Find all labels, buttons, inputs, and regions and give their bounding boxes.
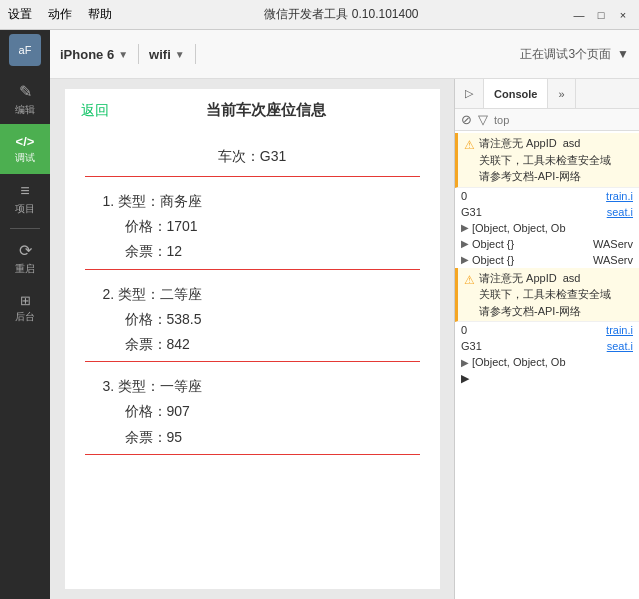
devtools-toolbar: ⊘ ▽ [455,109,639,131]
seat-type-2: 2. 类型：二等座 [95,282,410,307]
seat-price-1: 价格：1701 [95,214,410,239]
sidebar: aF ✎ 编辑 </> 调试 ≡ 项目 ⟳ 重启 ⊞ 后台 [0,30,50,599]
log-link-obj2[interactable]: WAServ [593,254,633,266]
close-button[interactable]: × [615,7,631,23]
warning-text-1: 请注意无 AppID asd关联下，工具未检查安全域请参考文档-API-网络 [479,135,611,185]
phone-preview: 返回 当前车次座位信息 车次：G31 1. 类型：商务座 价格：1701 余票：… [50,79,454,599]
log-warning-1: ⚠ 请注意无 AppID asd关联下，工具未检查安全域请参考文档-API-网络 [455,133,639,188]
sidebar-label-project: 项目 [15,202,35,216]
seat-index-2: 2. [103,286,119,302]
edit-icon: ✎ [19,82,32,101]
sidebar-item-project[interactable]: ≡ 项目 [0,174,50,224]
filter-icon[interactable]: ▽ [478,112,488,127]
seat-index-3: 3. [103,378,119,394]
devtools-tab-more[interactable]: » [548,79,575,108]
seat-section-2: 2. 类型：二等座 价格：538.5 余票：842 [85,269,420,362]
log-value-0: 0 [461,190,467,202]
log-arrow: ▶ [461,372,469,385]
devtools-panel: ▷ Console » ⊘ ▽ ⚠ 请注意无 AppID asd关联下，工具未检… [454,79,639,599]
page-title: 当前车次座位信息 [109,101,424,120]
expand-arrow-2: ▶ [461,357,469,368]
debug-icon: </> [16,134,35,149]
log-plain-g31b: G31 seat.i [455,338,639,354]
log-expandable-2[interactable]: ▶ [Object, Object, Ob [455,354,639,370]
warning-icon-1: ⚠ [464,136,475,154]
network-name: wifi [149,47,171,62]
block-icon[interactable]: ⊘ [461,112,472,127]
maximize-button[interactable]: □ [593,7,609,23]
menu-help[interactable]: 帮助 [88,6,112,23]
sidebar-divider [10,228,40,229]
project-icon: ≡ [20,182,29,200]
sidebar-item-edit[interactable]: ✎ 编辑 [0,74,50,124]
log-plain-g31: G31 seat.i [455,204,639,220]
log-link-g31[interactable]: seat.i [607,206,633,218]
toolbar-divider-1 [138,44,139,64]
split-view: 返回 当前车次座位信息 车次：G31 1. 类型：商务座 价格：1701 余票：… [50,79,639,599]
device-selector[interactable]: iPhone 6 ▼ [60,47,128,62]
seat-section-3: 3. 类型：一等座 价格：907 余票：95 [85,361,420,455]
log-value-0b: 0 [461,324,467,336]
network-selector[interactable]: wifi ▼ [149,47,185,62]
expand-arrow-obj2: ▶ [461,254,469,265]
seat-section-1: 1. 类型：商务座 价格：1701 余票：12 [85,176,420,269]
log-plain-0b: 0 train.i [455,322,639,338]
log-expandable-1[interactable]: ▶ [Object, Object, Ob [455,220,639,236]
sidebar-label-restart: 重启 [15,262,35,276]
log-arrow-entry: ▶ [455,370,639,387]
devtools-tab-sources[interactable]: ▷ [455,79,484,108]
log-obj-text-1: Object {} [472,238,514,250]
content-area: iPhone 6 ▼ wifi ▼ 正在调试3个页面 ▼ 返回 当前车次 [50,30,639,599]
device-name: iPhone 6 [60,47,114,62]
main-layout: aF ✎ 编辑 </> 调试 ≡ 项目 ⟳ 重启 ⊞ 后台 iPhone 6 ▼ [0,30,639,599]
sidebar-label-debug: 调试 [15,151,35,165]
menu-settings[interactable]: 设置 [8,6,32,23]
phone-nav-bar: 返回 当前车次座位信息 [65,89,440,128]
seat-index-1: 1. [103,193,119,209]
menu-bar: 设置 动作 帮助 [8,6,112,23]
back-button[interactable]: 返回 [81,102,109,120]
log-plain-0: 0 train.i [455,188,639,204]
log-obj-text-2: Object {} [472,254,514,266]
seat-type-1: 1. 类型：商务座 [95,189,410,214]
seat-price-3: 价格：907 [95,399,410,424]
network-dropdown-arrow: ▼ [175,49,185,60]
debug-info: 正在调试3个页面 [520,46,611,63]
seat-price-2: 价格：538.5 [95,307,410,332]
console-search-input[interactable] [494,114,633,126]
devtools-tab-console[interactable]: Console [484,79,548,108]
log-link-g31b[interactable]: seat.i [607,340,633,352]
seat-remaining-2: 余票：842 [95,332,410,357]
app-title: 微信开发者工具 0.10.101400 [112,6,571,23]
console-log: ⚠ 请注意无 AppID asd关联下，工具未检查安全域请参考文档-API-网络… [455,131,639,599]
log-link-obj1[interactable]: WAServ [593,238,633,250]
debug-info-area: 正在调试3个页面 ▼ [520,46,629,63]
log-object-entry-1[interactable]: ▶ Object {} WAServ [455,236,639,252]
device-dropdown-arrow: ▼ [118,49,128,60]
menu-action[interactable]: 动作 [48,6,72,23]
minimize-button[interactable]: — [571,7,587,23]
avatar: aF [9,34,41,66]
background-icon: ⊞ [20,293,31,308]
sidebar-label-edit: 编辑 [15,103,35,117]
log-link-0[interactable]: train.i [606,190,633,202]
log-link-0b[interactable]: train.i [606,324,633,336]
train-id: 车次：G31 [85,138,420,176]
sidebar-item-background[interactable]: ⊞ 后台 [0,283,50,333]
expand-arrow-1: ▶ [461,222,469,233]
phone-screen: 返回 当前车次座位信息 车次：G31 1. 类型：商务座 价格：1701 余票：… [65,89,440,589]
seat-remaining-1: 余票：12 [95,239,410,264]
sidebar-item-restart[interactable]: ⟳ 重启 [0,233,50,283]
debug-dropdown-arrow: ▼ [617,47,629,61]
seat-type-3: 3. 类型：一等座 [95,374,410,399]
toolbar-divider-2 [195,44,196,64]
log-object-2: [Object, Object, Ob [472,356,566,368]
sidebar-label-background: 后台 [15,310,35,324]
sidebar-item-debug[interactable]: </> 调试 [0,124,50,174]
log-object-entry-2[interactable]: ▶ Object {} WAServ [455,252,639,268]
seat-remaining-3: 余票：95 [95,425,410,450]
devtools-tabs: ▷ Console » [455,79,639,109]
warning-text-2: 请注意无 AppID asd关联下，工具未检查安全域请参考文档-API-网络 [479,270,611,320]
expand-arrow-obj1: ▶ [461,238,469,249]
title-bar: 设置 动作 帮助 微信开发者工具 0.10.101400 — □ × [0,0,639,30]
